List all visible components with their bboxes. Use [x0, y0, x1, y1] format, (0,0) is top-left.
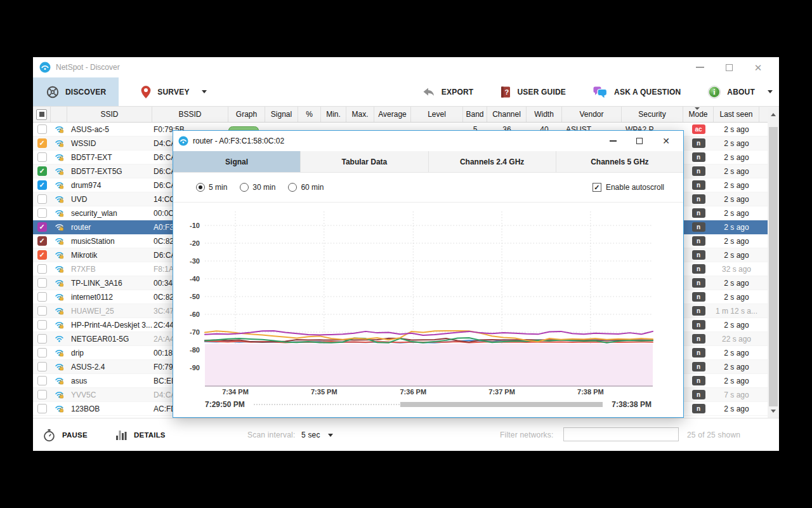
last-seen-cell: 2 s ago — [714, 150, 759, 164]
scrollbar-thumb[interactable] — [769, 127, 778, 406]
svg-text:7:34 PM: 7:34 PM — [222, 388, 249, 396]
survey-dropdown-caret[interactable] — [202, 90, 207, 93]
row-checkbox[interactable] — [37, 208, 47, 218]
ask-question-button[interactable]: ASK A QUESTION — [584, 77, 690, 106]
header-bssid[interactable]: BSSID — [152, 107, 228, 122]
ssid-cell: drip — [67, 346, 152, 359]
row-checkbox[interactable]: ✓ — [37, 222, 47, 232]
header-signal[interactable]: Signal — [265, 107, 298, 122]
ssid-cell: HUAWEI_25 — [67, 304, 152, 318]
header-width[interactable]: Width — [527, 107, 562, 122]
header-band[interactable]: Band — [463, 107, 487, 122]
minimize-button[interactable] — [685, 59, 714, 76]
row-checkbox[interactable] — [37, 334, 47, 344]
radio-60min[interactable]: 60 min — [288, 183, 324, 192]
row-checkbox[interactable] — [37, 292, 47, 302]
row-checkbox[interactable] — [37, 362, 47, 371]
row-checkbox[interactable]: ✓ — [37, 166, 47, 176]
about-info-icon: i — [707, 85, 721, 99]
svg-text:-80: -80 — [190, 346, 200, 354]
row-checkbox[interactable] — [37, 404, 47, 413]
pause-button[interactable]: PAUSE — [42, 418, 88, 451]
desktop: NetSpot - Discover ✕ DISCOVER — [0, 0, 812, 508]
maximize-button[interactable] — [714, 59, 743, 76]
row-checkbox[interactable]: ✓ — [37, 180, 47, 190]
row-checkbox[interactable]: ✓ — [37, 250, 47, 260]
last-seen-cell: 2 s ago — [714, 290, 759, 304]
header-max[interactable]: Max. — [346, 107, 374, 122]
row-checkbox[interactable] — [37, 390, 47, 399]
row-checkbox[interactable] — [37, 264, 47, 274]
row-checkbox[interactable] — [37, 348, 47, 358]
details-button[interactable]: DETAILS — [114, 418, 166, 451]
tab-signal[interactable]: Signal — [173, 151, 301, 172]
header-ssid[interactable]: SSID — [67, 107, 152, 122]
wifi-icon — [51, 150, 67, 164]
dialog-minimize-button[interactable] — [599, 133, 626, 149]
header-level[interactable]: Level — [411, 107, 463, 122]
shown-count: 25 of 25 shown — [687, 418, 740, 451]
discover-button[interactable]: DISCOVER — [33, 77, 119, 106]
header-average[interactable]: Average — [374, 107, 411, 122]
dialog-close-button[interactable]: ✕ — [653, 133, 679, 149]
row-checkbox[interactable] — [37, 376, 47, 385]
row-checkbox[interactable]: ✓ — [37, 236, 47, 246]
export-button[interactable]: EXPORT — [413, 77, 483, 106]
radio-30min[interactable]: 30 min — [240, 183, 275, 192]
mode-badge: n — [692, 404, 705, 413]
ssid-cell: drum974 — [67, 178, 152, 192]
dialog-title: router - A0:F3:C1:58:0C:02 — [193, 137, 284, 145]
user-guide-button[interactable]: ? USER GUIDE — [491, 77, 575, 106]
last-seen-cell: 22 s ago — [714, 332, 759, 345]
scroll-down-icon[interactable] — [771, 410, 776, 413]
mode-badge: ac — [692, 124, 705, 134]
last-seen-cell: 32 s ago — [714, 262, 759, 276]
mode-badge: n — [692, 320, 705, 330]
row-checkbox[interactable] — [37, 306, 47, 316]
svg-text:-70: -70 — [190, 328, 200, 336]
header-last-seen[interactable]: Last seen — [714, 107, 759, 122]
header-graph[interactable]: Graph — [228, 107, 265, 122]
chart-time-scrollbar[interactable] — [254, 401, 603, 408]
row-checkbox[interactable]: ✓ — [37, 138, 47, 148]
chat-bubbles-icon — [593, 86, 608, 98]
chart-time-footer: 7:29:50 PM 7:38:38 PM — [173, 398, 683, 411]
scroll-up-icon[interactable] — [771, 113, 776, 116]
scan-interval-select[interactable]: 5 sec — [301, 418, 333, 451]
svg-text:-90: -90 — [190, 364, 200, 371]
header-security[interactable]: Security — [622, 107, 683, 122]
tab-tabular-data[interactable]: Tabular Data — [301, 151, 428, 172]
wifi-icon — [51, 346, 67, 359]
header-vendor[interactable]: Vendor — [562, 107, 622, 122]
about-dropdown-caret[interactable] — [768, 90, 773, 93]
header-min[interactable]: Min. — [321, 107, 346, 122]
last-seen-cell: 2 s ago — [714, 402, 759, 415]
radio-5min[interactable]: 5 min — [196, 183, 227, 192]
mode-badge: n — [692, 376, 705, 385]
main-toolbar: DISCOVER SURVEY EXPORT — [33, 77, 779, 106]
last-seen-cell: 2 s ago — [714, 346, 759, 359]
row-checkbox[interactable] — [37, 320, 47, 330]
row-checkbox[interactable] — [37, 194, 47, 204]
dialog-maximize-button[interactable] — [626, 133, 653, 149]
ssid-cell: HP-Print-4A-Deskjet 3... — [67, 318, 152, 331]
filter-networks-input[interactable] — [563, 427, 679, 441]
row-checkbox[interactable] — [37, 124, 47, 134]
header-percent[interactable]: % — [298, 107, 321, 122]
about-button[interactable]: i ABOUT — [698, 77, 764, 106]
survey-button[interactable]: SURVEY — [130, 77, 216, 106]
row-checkbox[interactable] — [37, 278, 47, 288]
header-channel[interactable]: Channel — [487, 107, 527, 122]
enable-autoscroll-checkbox[interactable]: ✓ Enable autoscroll — [593, 183, 664, 192]
row-checkbox[interactable] — [37, 152, 47, 162]
signal-chart-area: -10-20-30-40-50-60-70-80-907:34 PM7:35 P… — [180, 208, 678, 396]
chart-time-scrollbar-thumb[interactable] — [400, 402, 603, 407]
close-button[interactable]: ✕ — [743, 59, 773, 76]
tab-channels-5ghz[interactable]: Channels 5 GHz — [556, 151, 683, 172]
ssid-cell: BD5T7-EXT5G — [67, 164, 152, 178]
table-scrollbar[interactable] — [768, 108, 779, 418]
status-bar: PAUSE DETAILS Scan interval: 5 sec F — [33, 418, 779, 451]
mode-badge: n — [692, 166, 705, 176]
tab-channels-24ghz[interactable]: Channels 2.4 GHz — [429, 151, 556, 172]
select-all-checkbox[interactable] — [33, 107, 51, 122]
